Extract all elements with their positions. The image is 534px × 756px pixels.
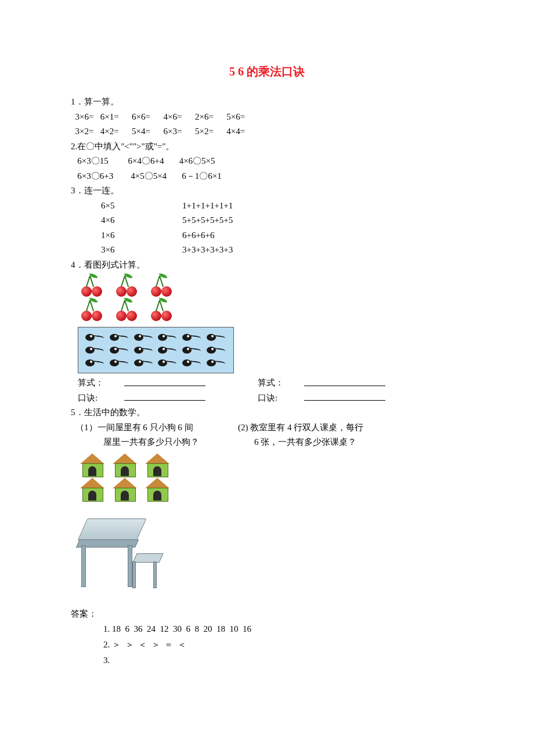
tadpole-icon <box>157 331 179 344</box>
q3-pair-1: 4×6 5+5+5+5+5+5 <box>71 213 463 228</box>
cherry-pair-icon <box>113 275 142 299</box>
q3-right: 5+5+5+5+5+5 <box>182 213 233 228</box>
q3-left: 6×5 <box>101 199 182 214</box>
house-icon <box>110 478 139 502</box>
tadpole-icon <box>133 357 155 369</box>
house-icon <box>78 478 107 502</box>
tadpole-icon <box>205 331 228 344</box>
q3-right: 1+1+1+1+1+1 <box>182 199 233 214</box>
desk-icon <box>78 507 165 594</box>
tadpole-icon <box>109 357 131 369</box>
q3-pair-0: 6×5 1+1+1+1+1+1 <box>71 199 463 214</box>
q3-heading: 3．连一连。 <box>71 183 463 199</box>
desk-image <box>71 507 463 596</box>
q3-pair-2: 1×6 6+6+6+6 <box>71 228 463 243</box>
q5-2-line2: 6 张，一共有多少张课桌？ <box>238 435 463 450</box>
tadpole-icon <box>181 331 203 344</box>
tadpole-icon <box>133 344 155 357</box>
q4-formula-row: 口诀: 口诀: <box>71 391 463 406</box>
q5-1-line2: 屋里一共有多少只小狗？ <box>75 435 238 450</box>
cherry-pair-icon <box>147 299 176 323</box>
tadpole-icon <box>181 344 203 357</box>
q5-subquestions: （1）一间屋里有 6 只小狗 6 间 屋里一共有多少只小狗？ (2) 教室里有 … <box>71 420 463 450</box>
q2-row1: 6×3〇15 6×4〇6+4 4×6〇5×5 <box>71 154 463 169</box>
house-icon <box>143 453 172 478</box>
tadpole-icon <box>157 344 179 357</box>
tadpole-icon <box>84 331 106 344</box>
tadpole-icon <box>205 357 228 369</box>
answers-section: 答案： 1. 18 6 36 24 12 30 6 8 20 18 10 16 … <box>71 607 463 669</box>
q2-heading: 2.在〇中填入"<"">"或"="。 <box>71 139 463 154</box>
house-icon <box>78 453 107 478</box>
q5-2-line1: (2) 教室里有 4 行双人课桌，每行 <box>238 420 463 435</box>
blank-input[interactable] <box>124 376 205 386</box>
cherry-pair-icon <box>147 275 176 299</box>
q1-row1: 3×6= 6×1= 6×6= 4×6= 2×6= 5×6= <box>71 110 463 125</box>
cherry-pair-icon <box>113 299 142 323</box>
worksheet-page: 5 6 的乘法口诀 1．算一算。 3×6= 6×1= 6×6= 4×6= 2×6… <box>0 0 534 692</box>
answer-3: 3. <box>71 653 463 668</box>
answers-heading: 答案： <box>71 607 463 622</box>
houses-image <box>71 453 463 502</box>
cherry-pair-icon <box>78 299 107 323</box>
q3-right: 6+6+6+6 <box>182 228 214 243</box>
q3-pair-3: 3×6 3+3+3+3+3+3 <box>71 243 463 258</box>
cherry-image <box>71 275 463 323</box>
page-title: 5 6 的乘法口诀 <box>71 64 463 80</box>
expression-label: 算式： <box>78 376 124 391</box>
q3-left: 1×6 <box>101 228 182 243</box>
cherry-pair-icon <box>78 275 107 299</box>
tadpole-icon <box>181 357 203 369</box>
q3-left: 4×6 <box>101 213 182 228</box>
house-icon <box>143 478 172 502</box>
answer-2: 2. ＞ ＞ ＜ ＞ ＝ ＜ <box>71 637 463 653</box>
tadpole-image <box>71 326 463 373</box>
q5-1-line1: （1）一间屋里有 6 只小狗 6 间 <box>75 420 238 435</box>
blank-input[interactable] <box>124 391 205 401</box>
q4-expression-row: 算式： 算式： <box>71 376 463 391</box>
house-icon <box>110 453 139 478</box>
q5-heading: 5．生活中的数学。 <box>71 405 463 420</box>
tadpole-icon <box>205 344 228 357</box>
expression-label: 算式： <box>258 376 304 391</box>
q2-row2: 6×3〇6+3 4×5〇5×4 6－1〇6×1 <box>71 169 463 184</box>
tadpole-icon <box>109 331 131 344</box>
tadpole-icon <box>109 344 131 357</box>
formula-label: 口诀: <box>78 391 124 406</box>
q1-row2: 3×2= 4×2= 5×4= 6×3= 5×2= 4×4= <box>71 124 463 139</box>
blank-input[interactable] <box>304 391 385 401</box>
answer-1: 1. 18 6 36 24 12 30 6 8 20 18 10 16 <box>71 621 463 637</box>
tadpole-icon <box>157 357 179 369</box>
blank-input[interactable] <box>304 376 385 386</box>
q3-left: 3×6 <box>101 243 182 258</box>
formula-label: 口诀: <box>258 391 304 406</box>
tadpole-icon <box>133 331 155 344</box>
tadpole-icon <box>84 357 106 369</box>
q1-heading: 1．算一算。 <box>71 95 463 110</box>
q3-right: 3+3+3+3+3+3 <box>182 243 233 258</box>
tadpole-icon <box>84 344 106 357</box>
q4-heading: 4．看图列式计算。 <box>71 258 463 273</box>
